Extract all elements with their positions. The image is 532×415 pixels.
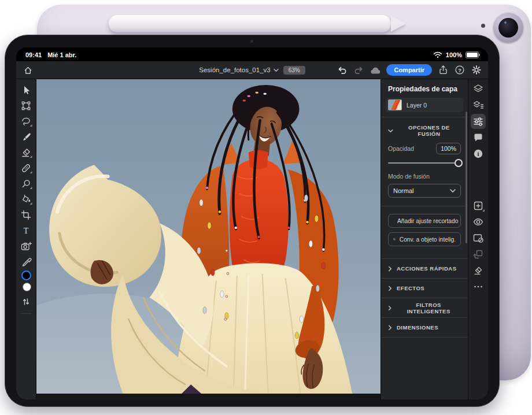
eye-icon [472, 216, 485, 228]
section-dimensions[interactable]: DIMENSIONES [388, 318, 461, 337]
blend-options-section-header[interactable]: OPCIONES DE FUSIÓN [388, 124, 461, 137]
add-clipped-adjustment-button[interactable]: Añadir ajuste recortado [388, 214, 461, 228]
layer-name: Layer 0 [407, 102, 427, 109]
brush-tool-button[interactable] [19, 129, 34, 144]
lasso-tool-button[interactable] [19, 113, 34, 129]
layer-properties-button[interactable] [471, 114, 486, 129]
layers-panel-button[interactable] [471, 81, 486, 97]
add-layer-icon [472, 199, 485, 212]
comments-button[interactable] [471, 130, 486, 145]
blend-mode-label: Modo de fusión [388, 173, 461, 180]
status-bar: 09:41 Mié 1 abr. 100% [16, 47, 488, 61]
settings-button[interactable] [471, 64, 482, 76]
battery-icon [466, 51, 479, 58]
ipad-device: 09:41 Mié 1 abr. 100% [5, 35, 500, 407]
chevron-right-icon [388, 305, 391, 311]
panel-scrollbar[interactable] [466, 112, 467, 243]
more-options-button[interactable] [471, 279, 486, 294]
cloud-icon [370, 66, 381, 75]
front-camera [250, 40, 253, 43]
layer-mask-icon [472, 232, 485, 244]
app-body: T [16, 79, 488, 399]
opacity-label: Opacidad [388, 145, 414, 152]
delete-layer-icon [472, 264, 485, 277]
help-button[interactable]: ? [454, 64, 466, 76]
more-icon [472, 280, 485, 293]
eraser-tool-button[interactable] [19, 144, 34, 160]
comment-icon [472, 131, 485, 144]
apple-pencil [109, 15, 391, 32]
transform-tool-button[interactable] [19, 98, 34, 113]
chevron-down-icon [274, 68, 279, 72]
eyedropper-tool-button[interactable] [19, 254, 34, 269]
chevron-right-icon [388, 266, 392, 272]
chevron-right-icon [388, 325, 392, 331]
layer-filter-icon [472, 99, 485, 112]
move-icon [20, 84, 32, 97]
place-photo-icon [20, 240, 32, 253]
healing-brush-tool-button[interactable] [19, 160, 34, 176]
layer-visibility-button[interactable] [471, 214, 486, 229]
camera-glint [504, 21, 507, 24]
undo-icon [337, 65, 348, 75]
share-button[interactable]: Compartir [386, 64, 432, 76]
zoom-level-badge[interactable]: 63% [283, 66, 305, 75]
cloud-sync-button[interactable] [370, 64, 381, 76]
document-title[interactable]: Sesión_de_fotos_01_v3 [199, 66, 278, 73]
add-layer-button[interactable] [471, 198, 486, 213]
swap-colors-icon [20, 295, 32, 308]
canvas[interactable] [36, 79, 380, 399]
date: Mié 1 abr. [47, 51, 76, 58]
opacity-slider[interactable] [388, 159, 461, 167]
delete-layer-button[interactable] [471, 263, 486, 278]
opacity-row: Opacidad 100% [388, 143, 461, 154]
clipping-mask-button[interactable] [471, 247, 486, 262]
camera-lens [498, 18, 518, 38]
crop-tool-button[interactable] [19, 207, 34, 223]
layer-row[interactable]: Layer 0 [386, 98, 463, 112]
fill-tool-button[interactable] [19, 191, 34, 207]
apple-pencil-tip [391, 16, 406, 32]
crop-icon [20, 209, 32, 221]
convert-smart-object-button[interactable]: Conv. a objeto intelig. [388, 232, 461, 246]
color-swatches[interactable] [19, 271, 34, 292]
layer-filter-button[interactable] [471, 98, 486, 113]
background-color-chip [23, 283, 31, 291]
mic-dot [481, 24, 485, 28]
fill-icon [20, 193, 32, 206]
export-icon [438, 65, 448, 75]
svg-text:?: ? [458, 68, 461, 73]
redo-button[interactable] [353, 64, 364, 76]
opacity-value[interactable]: 100% [436, 143, 461, 154]
undo-button[interactable] [336, 64, 348, 76]
move-tool-button[interactable] [19, 82, 34, 98]
photo [36, 79, 380, 394]
section-smart-filters[interactable]: FILTROS INTELIGENTES [388, 298, 461, 317]
chevron-down-icon [450, 188, 456, 193]
svg-text:T: T [24, 226, 29, 235]
smart-object-icon [393, 235, 396, 243]
export-button[interactable] [437, 64, 449, 76]
blend-mode-select[interactable]: Normal [388, 184, 461, 198]
app-header: Sesión_de_fotos_01_v3 63% [16, 61, 488, 79]
opacity-slider-track [388, 162, 461, 164]
panel-divider [381, 117, 468, 117]
lasso-icon [20, 115, 32, 128]
section-effects[interactable]: EFECTOS [388, 279, 461, 298]
toolbar-divider [21, 313, 31, 314]
type-tool-button[interactable]: T [19, 223, 34, 238]
layers-icon [472, 83, 485, 95]
chevron-right-icon [388, 286, 392, 291]
battery-percent: 100% [446, 51, 462, 58]
add-mask-button[interactable] [471, 231, 486, 246]
panel-title: Propiedades de capa [388, 85, 461, 93]
clock: 09:41 [25, 51, 42, 58]
foreground-color-chip [21, 271, 31, 280]
type-tool-icon: T [20, 224, 32, 237]
opacity-slider-knob[interactable] [455, 159, 463, 167]
place-photo-tool-button[interactable] [19, 238, 34, 254]
info-button[interactable]: i [471, 146, 486, 161]
swap-colors-button[interactable] [19, 294, 34, 309]
section-quick-actions[interactable]: ACCIONES RÁPIDAS [388, 259, 461, 278]
clone-stamp-tool-button[interactable] [19, 176, 34, 191]
